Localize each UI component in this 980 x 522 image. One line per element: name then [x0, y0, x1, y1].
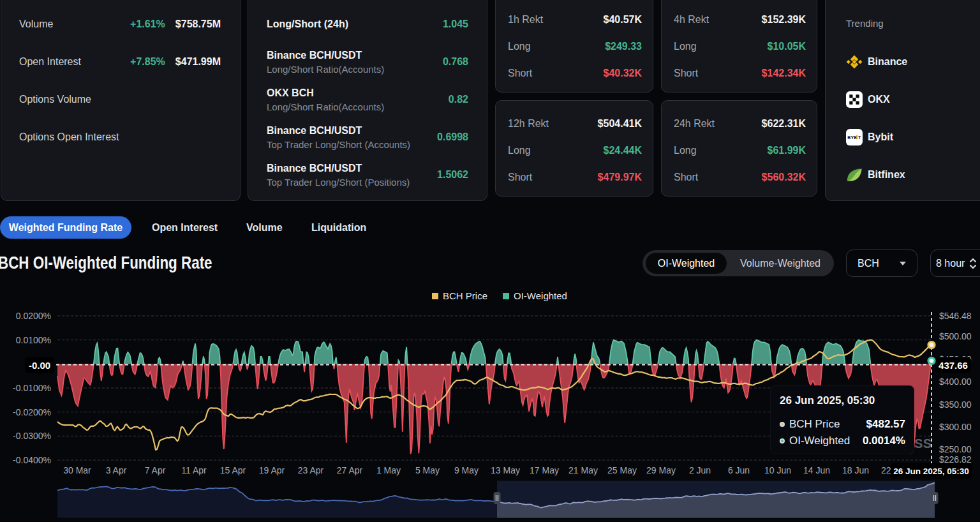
svg-text:3 Apr: 3 Apr: [106, 465, 127, 475]
svg-text:18 Jun: 18 Jun: [842, 465, 869, 475]
svg-text:$500.00: $500.00: [939, 331, 972, 341]
svg-text:14 Jun: 14 Jun: [803, 465, 830, 475]
svg-text:10 Jun: 10 Jun: [764, 465, 791, 475]
svg-text:11 Apr: 11 Apr: [181, 465, 207, 475]
svg-text:19 Apr: 19 Apr: [259, 465, 285, 475]
svg-text:21 May: 21 May: [568, 465, 598, 475]
svg-text:$250.00: $250.00: [939, 444, 972, 454]
svg-text:2 Jun: 2 Jun: [689, 465, 711, 475]
svg-text:$350.00: $350.00: [939, 399, 972, 410]
svg-text:-0.0100%: -0.0100%: [13, 383, 51, 393]
svg-text:25 May: 25 May: [607, 465, 637, 475]
svg-text:13 May: 13 May: [491, 465, 520, 475]
svg-text:0.0200%: 0.0200%: [16, 311, 51, 321]
svg-text:$226.82: $226.82: [939, 454, 972, 465]
svg-text:15 Apr: 15 Apr: [220, 465, 246, 475]
svg-text:7 Apr: 7 Apr: [145, 465, 166, 475]
svg-text:-0.0400%: -0.0400%: [13, 455, 51, 465]
svg-text:SS: SS: [914, 436, 932, 451]
svg-text:26 Jun 2025, 05:30: 26 Jun 2025, 05:30: [893, 466, 969, 476]
svg-text:5 May: 5 May: [415, 465, 440, 475]
svg-text:$546.48: $546.48: [939, 311, 972, 321]
svg-text:9 May: 9 May: [454, 465, 479, 475]
svg-text:27 Apr: 27 Apr: [337, 465, 363, 475]
svg-text:437.66: 437.66: [939, 360, 968, 371]
svg-text:23 Apr: 23 Apr: [298, 465, 324, 475]
svg-text:0.0100%: 0.0100%: [16, 335, 51, 345]
svg-text:1 May: 1 May: [376, 465, 401, 475]
svg-text:6 Jun: 6 Jun: [728, 465, 750, 475]
svg-text:$400.00: $400.00: [939, 377, 972, 387]
svg-text:30 Mar: 30 Mar: [63, 465, 91, 475]
svg-text:17 May: 17 May: [530, 465, 559, 475]
svg-text:-0.0200%: -0.0200%: [13, 407, 51, 417]
svg-text:$300.00: $300.00: [939, 422, 972, 432]
svg-text:29 May: 29 May: [646, 465, 676, 475]
svg-text:-0.00: -0.00: [29, 360, 50, 371]
svg-text:-0.0300%: -0.0300%: [13, 431, 51, 441]
